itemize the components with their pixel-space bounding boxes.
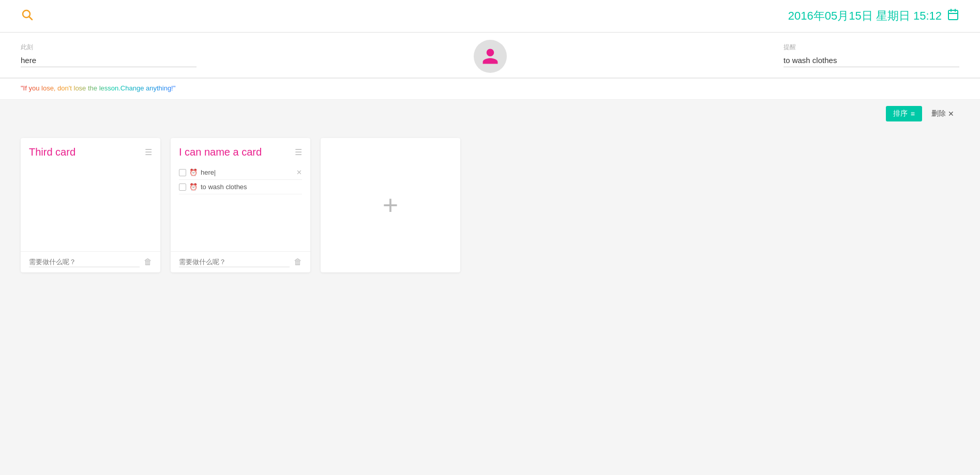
delete-icon: ✕ <box>948 110 954 118</box>
card-1: Third card☰🗑 <box>21 138 160 272</box>
top-left <box>21 8 33 24</box>
svg-line-1 <box>29 17 33 20</box>
datetime-display: 2016年05月15日 星期日 15:12 <box>788 8 959 24</box>
card-1-menu-icon[interactable]: ☰ <box>145 147 152 157</box>
toolbar: 排序 ≡ 删除 ✕ <box>0 100 980 128</box>
task-item: ⏰here✕ <box>179 165 302 180</box>
task-1-0-checkbox[interactable] <box>179 169 186 176</box>
card-1-add-task-input[interactable] <box>29 257 140 267</box>
reminder-label: 提醒 <box>783 43 959 52</box>
task-item: ⏰to wash clothes <box>179 180 302 194</box>
add-card-button[interactable]: + <box>321 138 460 272</box>
task-1-0-text: here <box>201 168 291 176</box>
mid-section: 此刻 提醒 <box>0 33 980 79</box>
svg-rect-2 <box>948 10 958 20</box>
task-1-1-checkbox[interactable] <box>179 183 186 191</box>
card-1-title: Third card <box>29 146 76 158</box>
card-1-header: Third card☰ <box>21 138 160 162</box>
card-1-footer: 🗑 <box>21 251 160 272</box>
datetime-text: 2016年05月15日 星期日 15:12 <box>788 8 942 24</box>
delete-button[interactable]: 删除 ✕ <box>926 106 959 121</box>
card-2-footer: 🗑 <box>171 251 310 272</box>
task-1-1-text: to wash clothes <box>201 183 302 191</box>
top-bar: 2016年05月15日 星期日 15:12 <box>0 0 980 33</box>
card-2: I can name a card☰⏰here✕⏰to wash clothes… <box>171 138 310 272</box>
location-input[interactable] <box>21 54 197 67</box>
location-field-group: 此刻 <box>21 43 197 67</box>
task-1-0-delete-icon[interactable]: ✕ <box>296 168 302 176</box>
card-2-title: I can name a card <box>179 146 262 158</box>
task-1-0-clock-icon: ⏰ <box>189 168 198 176</box>
sort-icon: ≡ <box>911 110 915 118</box>
card-1-trash-icon[interactable]: 🗑 <box>144 257 152 267</box>
card-2-body: ⏰here✕⏰to wash clothes <box>171 162 310 251</box>
quote-bar: "If you lose, don't lose the lesson.Chan… <box>0 79 980 100</box>
add-card-plus-icon: + <box>383 192 398 219</box>
card-2-add-task-input[interactable] <box>179 257 290 267</box>
quote-text: "If you lose, don't lose the lesson.Chan… <box>21 84 175 92</box>
task-1-1-clock-icon: ⏰ <box>189 183 198 191</box>
search-icon[interactable] <box>21 8 33 24</box>
card-2-menu-icon[interactable]: ☰ <box>295 147 302 157</box>
sort-label: 排序 <box>893 109 908 118</box>
card-2-trash-icon[interactable]: 🗑 <box>294 257 302 267</box>
reminder-input[interactable] <box>783 54 959 67</box>
card-1-body <box>21 162 160 251</box>
card-2-header: I can name a card☰ <box>171 138 310 162</box>
delete-label: 删除 <box>931 109 946 118</box>
cards-area: Third card☰🗑I can name a card☰⏰here✕⏰to … <box>0 128 980 283</box>
reminder-field-group: 提醒 <box>783 43 959 67</box>
avatar <box>474 40 507 73</box>
sort-button[interactable]: 排序 ≡ <box>886 106 922 121</box>
location-label: 此刻 <box>21 43 197 52</box>
calendar-icon[interactable] <box>947 8 959 24</box>
